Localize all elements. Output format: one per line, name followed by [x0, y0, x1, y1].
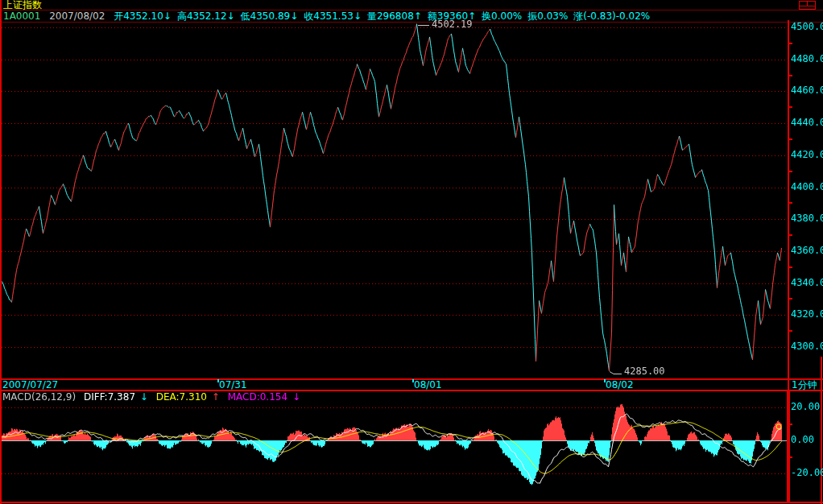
macd-params-label: MACD(26,12,9) — [2, 391, 76, 403]
macd-axis-line — [787, 391, 790, 502]
macd-chart-canvas[interactable] — [0, 391, 823, 502]
price-axis-label: 4360.00 — [791, 246, 823, 256]
price-axis-tick — [789, 202, 792, 204]
bottom-border — [0, 502, 823, 503]
price-axis-label: 4300.00 — [791, 341, 823, 352]
date-tick — [217, 379, 219, 382]
window-restore-icon-bar — [800, 6, 815, 6]
price-pane-bottom-line — [0, 378, 823, 380]
price-axis-tick — [789, 75, 792, 76]
header-divider-line — [0, 10, 823, 10]
window-restore-icon-divider — [807, 2, 808, 6]
quote-field-振: 振0.03% — [527, 10, 568, 22]
quote-fields: 开4352.10↓高4352.12↓低4350.89↓收4351.53↓量296… — [114, 10, 656, 22]
quote-field-开: 开4352.10↓ — [114, 10, 172, 22]
price-axis-label: 4420.00 — [791, 150, 823, 160]
price-annotation: 4285.00 — [624, 366, 665, 377]
right-border — [821, 357, 822, 504]
left-border — [0, 0, 2, 504]
price-axis-label: 4340.00 — [791, 278, 823, 288]
macd-axis-tick — [789, 423, 792, 425]
quote-bar: 1A0001 2007/08/02 开4352.10↓高4352.12↓低435… — [3, 11, 661, 22]
price-axis-tick — [789, 234, 792, 236]
price-axis-tick — [789, 43, 792, 44]
dea-arrow-icon: ↑ — [212, 391, 220, 403]
date-tick — [604, 379, 606, 382]
quote-date: 2007/08/02 — [49, 10, 105, 22]
price-annotation: 4502.19 — [432, 19, 473, 30]
macd-indicator-header: MACD(26,12,9) DIFF:7.387 ↓ DEA:7.310 ↑ M… — [2, 392, 305, 403]
price-axis-tick — [789, 106, 792, 108]
date-tick — [412, 379, 414, 382]
price-axis-label: 4480.00 — [791, 54, 823, 64]
price-axis-tick — [789, 330, 792, 332]
dea-value: DEA:7.310 — [156, 391, 207, 403]
price-axis-tick — [789, 171, 792, 172]
price-axis-label: 4400.00 — [791, 182, 823, 192]
window-restore-icon[interactable] — [799, 1, 816, 10]
quote-field-涨: 涨(-0.83)-0.02% — [573, 10, 650, 22]
price-axis-label: 4500.00 — [791, 22, 823, 32]
quote-field-低: 低4350.89↓ — [241, 10, 299, 22]
app-window: 上证指数 1A0001 2007/08/02 开4352.10↓高4352.12… — [0, 0, 823, 504]
quote-field-换: 换0.00% — [482, 10, 522, 22]
diff-value: DIFF:7.387 — [84, 391, 135, 403]
macd-axis-label: -20.00 — [791, 468, 823, 478]
macd-value: MACD:0.154 — [228, 391, 287, 403]
price-axis-tick — [789, 298, 792, 300]
macd-arrow-icon: ↓ — [292, 391, 300, 403]
macd-axis-tick — [789, 456, 792, 458]
price-axis-label: 4320.00 — [791, 309, 823, 320]
price-chart-canvas[interactable] — [0, 23, 823, 378]
price-axis-label: 4440.00 — [791, 118, 823, 128]
price-axis-label: 4460.00 — [791, 85, 823, 96]
quote-field-收: 收4351.53↓ — [304, 10, 362, 22]
price-axis-tick — [789, 138, 792, 140]
macd-axis-label: 0.00 — [791, 435, 823, 445]
quote-field-量: 量296808↑ — [367, 10, 422, 22]
diff-arrow-icon: ↓ — [140, 391, 148, 403]
price-axis-tick — [789, 266, 792, 268]
stock-code: 1A0001 — [3, 10, 40, 22]
macd-axis-label: 20.00 — [791, 402, 823, 412]
price-axis-label: 4380.00 — [791, 213, 823, 224]
quote-field-高: 高4352.12↓ — [177, 10, 235, 22]
